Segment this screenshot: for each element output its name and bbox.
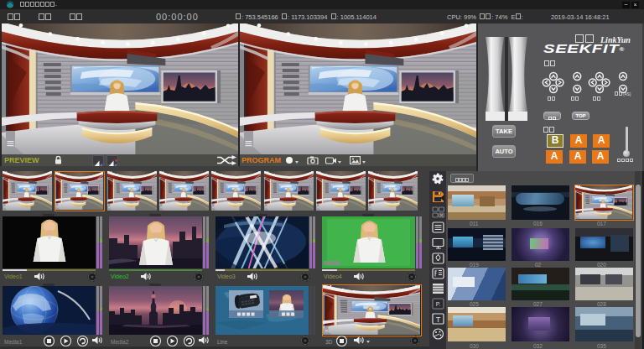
- svg-text:T: T: [436, 315, 441, 324]
- svg-text:P.: P.: [436, 301, 441, 307]
